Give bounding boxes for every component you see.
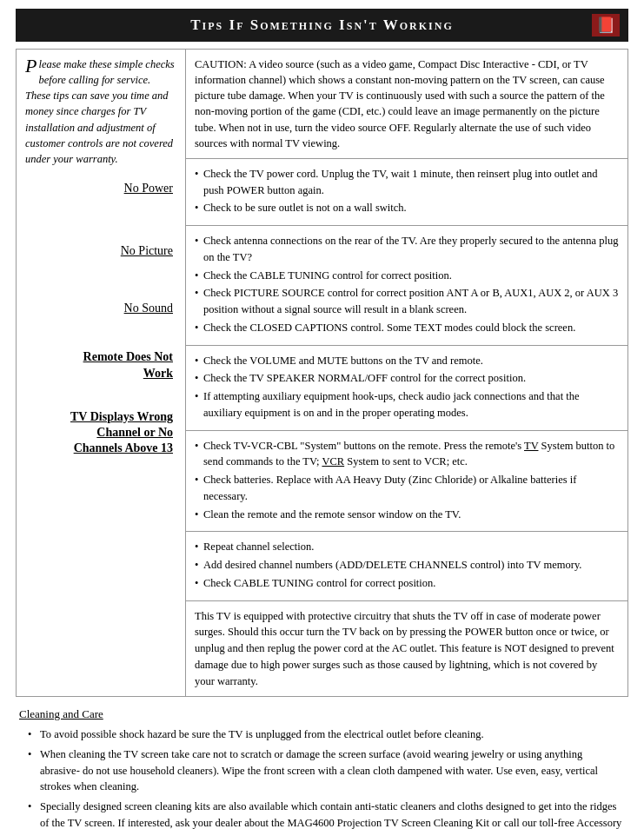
no-sound-section: Check the VOLUME and MUTE buttons on the… (186, 346, 627, 431)
remote-section: Check TV-VCR-CBL "System" buttons on the… (186, 431, 627, 533)
list-item: Check PICTURE SOURCE control for correct… (195, 285, 619, 318)
sidebar-intro: Please make these simple checks before c… (25, 56, 176, 167)
sidebar-intro-text: lease make these simple checks before ca… (25, 58, 175, 165)
list-item: Clean the remote and the remote sensor w… (195, 507, 619, 523)
no-sound-list: Check the VOLUME and MUTE buttons on the… (195, 353, 619, 421)
list-item: Check to be sure outlet is not on a wall… (195, 200, 619, 216)
list-item: Check the TV power cord. Unplug the TV, … (195, 166, 619, 199)
remote-label: Remote Does NotWork (83, 350, 173, 379)
sidebar-section-channels: TV Displays WrongChannel or NoChannels A… (25, 404, 176, 462)
sidebar: Please make these simple checks before c… (17, 50, 186, 696)
cleaning-title: Cleaning and Care (19, 707, 103, 720)
page-header: Tips If Something Isn't Working 📕 (16, 9, 628, 42)
dropcap: P (25, 56, 37, 76)
no-sound-content: Check the VOLUME and MUTE buttons on the… (186, 346, 627, 430)
list-item: Check the CABLE TUNING control for corre… (195, 268, 619, 284)
sidebar-section-remote: Remote Does NotWork (25, 344, 176, 386)
channels-list: Repeat channel selection. Add desired ch… (195, 539, 619, 591)
list-item: Check the CLOSED CAPTIONS control. Some … (195, 320, 619, 336)
no-power-content: Check the TV power cord. Unplug the TV, … (186, 159, 627, 225)
remote-list: Check TV-VCR-CBL "System" buttons on the… (195, 438, 619, 523)
list-item: Check batteries. Replace with AA Heavy D… (195, 472, 619, 505)
no-picture-list: Check antenna connections on the rear of… (195, 233, 619, 336)
list-item: Repeat channel selection. (195, 539, 619, 555)
main-content-area: Please make these simple checks before c… (16, 49, 628, 697)
book-icon: 📕 (592, 14, 620, 36)
no-picture-section: Check antenna connections on the rear of… (186, 226, 627, 346)
list-item: Check CABLE TUNING control for correct p… (195, 575, 619, 592)
sidebar-section-no-sound: No Sound (25, 295, 176, 322)
channels-content: Repeat channel selection. Add desired ch… (186, 532, 627, 600)
page: Tips If Something Isn't Working 📕 Please… (0, 0, 644, 829)
surge-box: This TV is equipped with protective circ… (186, 601, 627, 697)
list-item: When cleaning the TV screen take care no… (28, 746, 625, 795)
caution-box: CAUTION: A video source (such as a video… (186, 50, 627, 159)
no-sound-label: No Sound (124, 302, 173, 315)
no-picture-content: Check antenna connections on the rear of… (186, 226, 627, 345)
channels-label: TV Displays WrongChannel or NoChannels A… (70, 410, 173, 454)
caution-text: CAUTION: A video source (such as a video… (195, 58, 605, 149)
list-item: Check TV-VCR-CBL "System" buttons on the… (195, 438, 619, 471)
content-area: CAUTION: A video source (such as a video… (186, 50, 627, 696)
cleaning-section: Cleaning and Care To avoid possible shoc… (16, 706, 628, 829)
remote-content: Check TV-VCR-CBL "System" buttons on the… (186, 431, 627, 532)
no-power-section: Check the TV power cord. Unplug the TV, … (186, 159, 627, 226)
no-power-label: No Power (124, 182, 173, 195)
list-item: Check the TV SPEAKER NORMAL/OFF control … (195, 370, 619, 387)
list-item: Check the VOLUME and MUTE buttons on the… (195, 353, 619, 369)
list-item: If attempting auxiliary equipment hook-u… (195, 388, 619, 421)
list-item: Check antenna connections on the rear of… (195, 233, 619, 266)
no-power-list: Check the TV power cord. Unplug the TV, … (195, 166, 619, 216)
cleaning-list: To avoid possible shock hazard be sure t… (19, 726, 625, 829)
sidebar-section-no-power: No Power (25, 176, 176, 202)
sidebar-section-no-picture: No Picture (25, 238, 176, 264)
list-item: Add desired channel numbers (ADD/DELETE … (195, 557, 619, 574)
surge-text: This TV is equipped with protective circ… (195, 610, 614, 687)
list-item: Specially designed screen cleaning kits … (28, 799, 625, 829)
list-item: To avoid possible shock hazard be sure t… (28, 726, 625, 743)
no-picture-label: No Picture (121, 244, 173, 257)
page-title: Tips If Something Isn't Working (52, 17, 592, 34)
channels-section: Repeat channel selection. Add desired ch… (186, 532, 627, 600)
